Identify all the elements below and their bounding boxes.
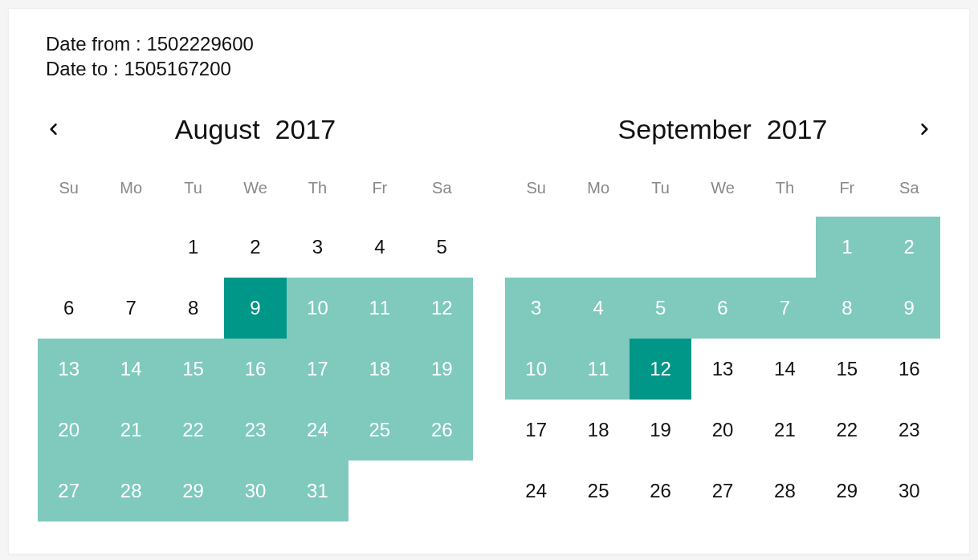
calendar-day-empty	[100, 217, 161, 278]
calendar-day[interactable]: 24	[287, 400, 348, 461]
calendar-day[interactable]: 9	[224, 278, 286, 339]
day-of-week-header: Sa	[878, 174, 940, 217]
day-of-week-header: We	[224, 174, 286, 217]
calendar-day[interactable]: 26	[411, 400, 473, 461]
calendar-day[interactable]: 31	[287, 461, 348, 521]
calendar-day[interactable]: 12	[411, 278, 473, 339]
calendar-day-empty	[630, 217, 691, 278]
day-of-week-header: We	[691, 174, 753, 217]
calendar-day[interactable]: 4	[348, 217, 410, 278]
calendar-day[interactable]: 7	[754, 278, 816, 339]
calendar-day[interactable]: 26	[630, 461, 691, 521]
calendar-day[interactable]: 11	[348, 278, 410, 339]
calendar-day[interactable]: 2	[224, 217, 286, 278]
calendar-day[interactable]: 17	[505, 400, 567, 461]
calendar-day[interactable]: 6	[38, 278, 100, 339]
calendar-title: August 2017	[175, 114, 336, 145]
calendar-day[interactable]: 28	[100, 461, 161, 521]
calendar-day[interactable]: 3	[287, 217, 348, 278]
calendar-day[interactable]: 18	[348, 339, 410, 400]
calendar-day[interactable]: 29	[816, 461, 878, 521]
calendar-day[interactable]: 10	[287, 278, 348, 339]
prev-month-button[interactable]	[38, 113, 70, 145]
date-to-label: Date to :	[46, 58, 124, 79]
calendar-day[interactable]: 1	[162, 217, 224, 278]
calendar-day[interactable]: 21	[100, 400, 161, 461]
calendar-day[interactable]: 14	[754, 339, 816, 400]
calendar-day[interactable]: 29	[162, 461, 224, 521]
date-to-line: Date to : 1505167200	[46, 56, 940, 81]
calendar-day[interactable]: 18	[567, 400, 629, 461]
calendar-grid: SuMoTuWeThFrSa12345678910111213141516171…	[505, 174, 940, 521]
calendar-day[interactable]: 14	[100, 339, 161, 400]
calendar-day[interactable]: 30	[224, 461, 286, 521]
calendar-day[interactable]: 8	[162, 278, 224, 339]
calendar-day[interactable]: 23	[224, 400, 286, 461]
day-of-week-header: Tu	[630, 174, 691, 217]
calendar-day[interactable]: 21	[754, 400, 816, 461]
chevron-right-icon	[916, 121, 932, 137]
date-range-picker: Date from : 1502229600 Date to : 1505167…	[8, 8, 970, 554]
calendar-day[interactable]: 16	[878, 339, 940, 400]
calendar-day[interactable]: 12	[630, 339, 691, 400]
calendar-month: August 2017SuMoTuWeThFrSa123456789101112…	[38, 113, 473, 521]
calendar-day[interactable]: 20	[691, 400, 753, 461]
calendar-day[interactable]: 25	[567, 461, 629, 521]
day-of-week-header: Sa	[411, 174, 473, 217]
day-of-week-header: Th	[287, 174, 348, 217]
calendar-grid: SuMoTuWeThFrSa12345678910111213141516171…	[38, 174, 473, 521]
date-from-line: Date from : 1502229600	[46, 31, 940, 56]
calendar-day[interactable]: 27	[691, 461, 753, 521]
day-of-week-header: Mo	[100, 174, 161, 217]
calendar-day[interactable]: 24	[505, 461, 567, 521]
calendar-day[interactable]: 20	[38, 400, 100, 461]
day-of-week-header: Mo	[567, 174, 629, 217]
date-to-value: 1505167200	[124, 58, 230, 79]
calendar-day[interactable]: 4	[567, 278, 629, 339]
calendar-day[interactable]: 17	[287, 339, 348, 400]
calendar-title: September 2017	[618, 114, 828, 145]
calendar-day[interactable]: 13	[38, 339, 100, 400]
date-info: Date from : 1502229600 Date to : 1505167…	[46, 31, 940, 81]
day-of-week-header: Su	[505, 174, 567, 217]
calendar-day[interactable]: 10	[505, 339, 567, 400]
date-from-value: 1502229600	[146, 33, 253, 55]
calendar-day[interactable]: 13	[691, 339, 753, 400]
calendar-day[interactable]: 15	[816, 339, 878, 400]
calendar-day[interactable]: 27	[38, 461, 100, 521]
calendar-day-empty	[567, 217, 629, 278]
calendar-day[interactable]: 5	[630, 278, 691, 339]
calendar-day[interactable]: 25	[348, 400, 410, 461]
calendar-day[interactable]: 7	[100, 278, 161, 339]
calendar-day[interactable]: 28	[754, 461, 816, 521]
date-from-label: Date from :	[46, 33, 146, 55]
calendar-month: September 2017SuMoTuWeThFrSa123456789101…	[505, 113, 940, 521]
calendar-day[interactable]: 15	[162, 339, 224, 400]
calendar-day[interactable]: 3	[505, 278, 567, 339]
next-month-button[interactable]	[908, 113, 940, 145]
calendar-day[interactable]: 16	[224, 339, 286, 400]
calendar-day[interactable]: 23	[878, 400, 940, 461]
calendar-day[interactable]: 9	[878, 278, 940, 339]
calendar-day[interactable]: 11	[567, 339, 629, 400]
calendar-day[interactable]: 19	[630, 400, 691, 461]
calendar-day[interactable]: 19	[411, 339, 473, 400]
day-of-week-header: Su	[38, 174, 100, 217]
calendar-day-empty	[754, 217, 816, 278]
calendar-day[interactable]: 8	[816, 278, 878, 339]
calendar-day[interactable]: 22	[816, 400, 878, 461]
calendar-day[interactable]: 2	[878, 217, 940, 278]
calendar-day[interactable]: 1	[816, 217, 878, 278]
calendar-day[interactable]: 22	[162, 400, 224, 461]
calendar-day[interactable]: 30	[878, 461, 940, 521]
day-of-week-header: Fr	[348, 174, 410, 217]
day-of-week-header: Tu	[162, 174, 224, 217]
day-of-week-header: Th	[754, 174, 816, 217]
calendar-header: August 2017	[38, 113, 473, 145]
calendars-container: August 2017SuMoTuWeThFrSa123456789101112…	[38, 113, 940, 521]
chevron-left-icon	[46, 121, 62, 137]
calendar-day[interactable]: 5	[411, 217, 473, 278]
calendar-day-empty	[691, 217, 753, 278]
calendar-day-empty	[38, 217, 100, 278]
calendar-day[interactable]: 6	[691, 278, 753, 339]
